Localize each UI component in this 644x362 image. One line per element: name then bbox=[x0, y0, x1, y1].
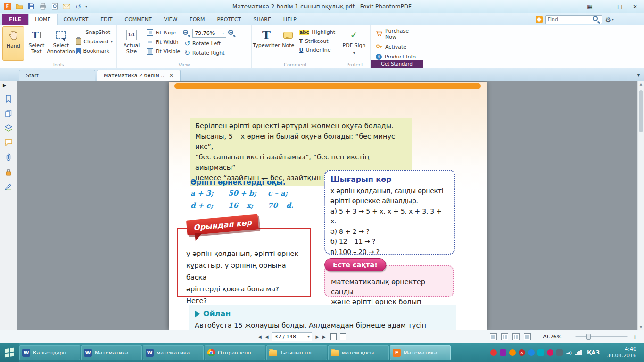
fit-visible-button[interactable]: Fit Visible bbox=[145, 48, 182, 55]
scrollbar-thumb[interactable] bbox=[639, 90, 643, 132]
comments-panel-icon[interactable] bbox=[5, 139, 12, 146]
tab-share[interactable]: SHARE bbox=[247, 14, 277, 25]
select-annotation-button[interactable]: Select Annotation bbox=[49, 26, 73, 61]
scroll-up-icon[interactable]: ▲ bbox=[638, 81, 644, 87]
taskbar-item[interactable]: матем қосы... bbox=[328, 345, 389, 360]
open-file-icon[interactable] bbox=[15, 2, 24, 11]
continuous-facing-view-icon[interactable] bbox=[524, 333, 531, 340]
tray-alert-icon[interactable]: ✕ bbox=[519, 349, 525, 356]
underline-button[interactable]: U Underline bbox=[297, 47, 337, 54]
tab-convert[interactable]: CONVERT bbox=[58, 14, 95, 25]
bookmarks-panel-icon[interactable] bbox=[5, 95, 12, 103]
promo-icon[interactable] bbox=[536, 16, 543, 23]
save-icon[interactable] bbox=[26, 2, 36, 11]
continuous-view-icon[interactable] bbox=[501, 333, 508, 340]
vertical-scrollbar[interactable]: ▲ ▼ bbox=[637, 81, 644, 330]
next-view-icon[interactable] bbox=[340, 333, 346, 340]
pages-panel-icon[interactable] bbox=[5, 110, 12, 117]
typewriter-button[interactable]: T Typewriter bbox=[254, 26, 279, 61]
volume-icon[interactable]: ◄) bbox=[566, 349, 572, 356]
zoom-slider-knob[interactable] bbox=[586, 334, 591, 340]
note-button[interactable]: Note bbox=[280, 26, 296, 61]
taskbar-item[interactable]: 1-сынып пл... bbox=[266, 345, 327, 360]
tray-app-icon[interactable] bbox=[500, 349, 506, 356]
gear-icon[interactable]: ⚙▾ bbox=[605, 16, 614, 24]
purchase-now-button[interactable]: Purchase Now bbox=[373, 26, 421, 41]
highlight-button[interactable]: abc Highlight bbox=[297, 29, 337, 36]
tray-headset-icon[interactable] bbox=[537, 349, 544, 356]
fit-page-button[interactable]: Fit Page bbox=[145, 29, 182, 36]
tab-list-caret-icon[interactable]: ▼ bbox=[637, 73, 640, 77]
expand-panel-icon[interactable]: ▶ bbox=[0, 83, 6, 88]
tab-home[interactable]: HOME bbox=[28, 14, 57, 25]
get-standard-banner[interactable]: Get Standard bbox=[371, 60, 423, 68]
status-zoom-out-icon[interactable]: − bbox=[566, 334, 571, 340]
first-page-button[interactable]: ◀ bbox=[257, 335, 262, 339]
zoom-out-icon[interactable]: − bbox=[183, 30, 190, 37]
last-page-button[interactable]: ▶ bbox=[322, 335, 327, 339]
find-input[interactable] bbox=[547, 16, 593, 23]
activate-button[interactable]: Activate bbox=[373, 41, 421, 52]
previous-view-icon[interactable] bbox=[330, 333, 337, 340]
tab-file[interactable]: FILE bbox=[2, 14, 28, 25]
tab-edit[interactable]: EDIT bbox=[94, 14, 118, 25]
tab-form[interactable]: FORM bbox=[183, 14, 211, 25]
tab-view[interactable]: VIEW bbox=[158, 14, 184, 25]
tab-protect[interactable]: PROTECT bbox=[211, 14, 247, 25]
tray-messenger-icon[interactable] bbox=[547, 349, 553, 356]
search-icon[interactable] bbox=[593, 16, 600, 24]
customize-quick-access-icon[interactable]: ▾ bbox=[85, 4, 87, 8]
pdf-sign-button[interactable]: ✓ PDF Sign ▾ bbox=[342, 26, 366, 61]
zoom-in-icon[interactable]: + bbox=[228, 30, 236, 37]
bookmark-button[interactable]: Bookmark bbox=[74, 47, 114, 55]
tray-sync-icon[interactable] bbox=[528, 349, 535, 356]
taskbar-item[interactable]: W математика ... bbox=[143, 345, 204, 360]
zoom-level-combo[interactable]: 79.76% ▾ bbox=[192, 29, 226, 38]
fit-width-button[interactable]: Fit Width bbox=[145, 38, 182, 46]
tray-usb-icon[interactable] bbox=[556, 349, 563, 356]
rotate-right-button[interactable]: ↻ Rotate Right bbox=[183, 49, 236, 57]
close-button[interactable]: ✕ bbox=[629, 2, 641, 11]
close-tab-icon[interactable]: ✕ bbox=[169, 73, 173, 79]
taskbar-item[interactable]: Отправленн... bbox=[205, 345, 265, 360]
tray-antivirus-icon[interactable] bbox=[490, 349, 497, 356]
strikeout-button[interactable]: T Strikeout bbox=[297, 38, 337, 45]
scroll-down-icon[interactable]: ▼ bbox=[638, 324, 644, 330]
clipboard-button[interactable]: Clipboard ▾ bbox=[74, 38, 114, 45]
single-page-view-icon[interactable] bbox=[490, 333, 497, 340]
page-number-field[interactable]: 37 / 148 ▾ bbox=[272, 332, 312, 341]
status-zoom-in-icon[interactable]: + bbox=[632, 334, 637, 340]
layout-grid-icon[interactable]: ▦ bbox=[584, 2, 596, 11]
tab-help[interactable]: HELP bbox=[277, 14, 303, 25]
rotate-left-button[interactable]: ↺ Rotate Left bbox=[183, 40, 236, 47]
app-logo-icon[interactable]: F bbox=[3, 2, 12, 11]
hand-tool-button[interactable]: Hand bbox=[2, 26, 24, 61]
previous-page-button[interactable]: ◀ bbox=[265, 335, 269, 339]
tab-comment[interactable]: COMMENT bbox=[119, 14, 158, 25]
undo-icon[interactable]: ↺ bbox=[74, 2, 83, 11]
maximize-button[interactable]: □ bbox=[614, 2, 626, 11]
next-page-button[interactable]: ▶ bbox=[315, 335, 319, 339]
attachments-panel-icon[interactable] bbox=[6, 153, 11, 161]
layers-panel-icon[interactable] bbox=[5, 124, 12, 132]
facing-view-icon[interactable] bbox=[512, 333, 520, 340]
start-button[interactable] bbox=[0, 343, 19, 362]
minimize-button[interactable]: — bbox=[599, 2, 611, 11]
signature-panel-icon[interactable] bbox=[5, 183, 12, 190]
email-icon[interactable] bbox=[62, 2, 71, 11]
security-panel-icon[interactable] bbox=[5, 168, 12, 176]
zoom-slider[interactable] bbox=[575, 336, 628, 337]
doc-tab-start[interactable]: Start bbox=[19, 70, 95, 81]
taskbar-clock[interactable]: 4:40 30.08.2016 bbox=[605, 346, 640, 359]
actual-size-button[interactable]: 1:1 Actual Size bbox=[119, 26, 144, 61]
network-icon[interactable] bbox=[575, 350, 582, 355]
tray-update-icon[interactable] bbox=[509, 349, 516, 356]
snapshot-button[interactable]: SnapShot bbox=[74, 29, 114, 36]
language-indicator[interactable]: ҚАЗ bbox=[585, 349, 602, 356]
print-icon[interactable] bbox=[38, 2, 48, 11]
doc-tab-active[interactable]: Математика 2-бөлім ... ✕ bbox=[97, 70, 181, 81]
select-text-button[interactable]: T Select Text bbox=[25, 26, 47, 61]
taskbar-item-active[interactable]: F Математика ... bbox=[390, 345, 451, 360]
print-preview-icon[interactable] bbox=[50, 2, 59, 11]
taskbar-item[interactable]: W Кальендарн... bbox=[19, 345, 80, 360]
